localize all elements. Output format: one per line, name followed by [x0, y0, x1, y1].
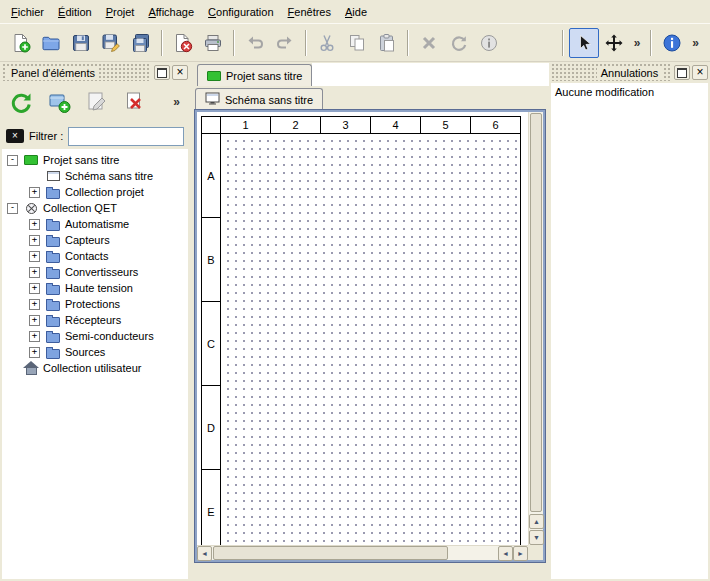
- expander-icon[interactable]: +: [29, 235, 40, 246]
- panel-overflow-chevron[interactable]: »: [168, 95, 185, 109]
- menu-affichage[interactable]: Affichage: [141, 2, 201, 22]
- reload-collections-button[interactable]: [5, 86, 37, 118]
- menu-fichier[interactable]: Fichier: [4, 2, 51, 22]
- tree-item-collection-projet[interactable]: + Collection projet: [2, 184, 188, 200]
- clear-filter-button[interactable]: ×: [6, 129, 24, 143]
- expander-icon[interactable]: +: [29, 331, 40, 342]
- scroll-down-button[interactable]: ▼: [529, 530, 544, 545]
- undo-dock-titlebar[interactable]: Annulations ×: [551, 64, 708, 81]
- expander-icon[interactable]: -: [7, 203, 18, 214]
- horizontal-scrollbar[interactable]: ◄ ◄ ►: [197, 545, 528, 560]
- open-file-button[interactable]: [36, 28, 66, 58]
- horizontal-scrollbar-track[interactable]: [212, 546, 498, 561]
- expander-icon[interactable]: +: [29, 187, 40, 198]
- menu-configuration[interactable]: Configuration: [201, 2, 280, 22]
- scroll-right-button[interactable]: ►: [513, 546, 528, 561]
- menu-edition[interactable]: Édition: [51, 2, 99, 22]
- tree-item-semi-conducteurs[interactable]: + Semi-conducteurs: [2, 328, 188, 344]
- new-file-button[interactable]: [6, 28, 36, 58]
- save-button[interactable]: [66, 28, 96, 58]
- project-icon: [23, 153, 39, 167]
- undo-history-list[interactable]: Aucune modification: [551, 83, 708, 579]
- expander-icon[interactable]: +: [29, 267, 40, 278]
- project-tab-label: Projet sans titre: [226, 70, 302, 82]
- elements-panel-titlebar[interactable]: Panel d'éléments ×: [2, 64, 188, 81]
- diagram-canvas[interactable]: 1 2 3 4 5 6 A B C D E: [197, 112, 528, 545]
- print-button[interactable]: [198, 28, 228, 58]
- menu-fenetres[interactable]: Fenêtres: [281, 2, 338, 22]
- delete-element-button[interactable]: [119, 86, 151, 118]
- menu-aide[interactable]: Aide: [338, 2, 374, 22]
- toolbar-overflow-chevron[interactable]: »: [629, 36, 646, 50]
- dotted-grid-area[interactable]: [221, 134, 521, 545]
- tree-item-haute-tension[interactable]: + Haute tension: [2, 280, 188, 296]
- tree-item-sources[interactable]: + Sources: [2, 344, 188, 360]
- rotate-button[interactable]: [444, 28, 474, 58]
- tree-item-capteurs[interactable]: + Capteurs: [2, 232, 188, 248]
- menu-projet[interactable]: Projet: [99, 2, 142, 22]
- dock-float-button[interactable]: [154, 65, 170, 80]
- toolbar-overflow-chevron-2[interactable]: »: [687, 36, 704, 50]
- scrollbar-corner: [528, 545, 543, 560]
- info-gray-icon: [479, 33, 499, 53]
- save-all-icon: [131, 33, 151, 53]
- tree-item-label: Collection projet: [65, 186, 144, 198]
- redo-button[interactable]: [270, 28, 300, 58]
- delete-button[interactable]: [414, 28, 444, 58]
- expander-icon[interactable]: +: [29, 347, 40, 358]
- filter-input[interactable]: [68, 127, 184, 146]
- dock-buttons: ×: [151, 64, 188, 81]
- undo-empty-text: Aucune modification: [555, 86, 654, 98]
- tree-item-recepteurs[interactable]: + Récepteurs: [2, 312, 188, 328]
- dock-close-button[interactable]: ×: [172, 65, 188, 80]
- new-element-button[interactable]: [43, 86, 75, 118]
- dock-float-button[interactable]: [674, 65, 690, 80]
- menubar: Fichier Édition Projet Affichage Configu…: [0, 0, 710, 23]
- tree-item-protections[interactable]: + Protections: [2, 296, 188, 312]
- horizontal-scrollbar-thumb[interactable]: [213, 546, 448, 560]
- project-info-button[interactable]: [657, 28, 687, 58]
- undo-button[interactable]: [240, 28, 270, 58]
- tree-item-label: Haute tension: [65, 282, 133, 294]
- expander-icon[interactable]: +: [29, 315, 40, 326]
- tab-projet-sans-titre[interactable]: Projet sans titre: [197, 64, 312, 86]
- expander-icon[interactable]: +: [29, 219, 40, 230]
- grid-corner-cell: [201, 116, 221, 134]
- close-file-button[interactable]: [168, 28, 198, 58]
- tree-item-convertisseurs[interactable]: + Convertisseurs: [2, 264, 188, 280]
- toolbar-separator: [650, 30, 652, 56]
- vertical-scrollbar[interactable]: ▲ ▼: [528, 112, 543, 545]
- tree-item-collection-utilisateur[interactable]: Collection utilisateur: [2, 360, 188, 376]
- scroll-up-button[interactable]: ▲: [529, 514, 544, 529]
- tree-item-projet-sans-titre[interactable]: - Projet sans titre: [2, 152, 188, 168]
- grid-row-label: A: [201, 134, 221, 218]
- vertical-scrollbar-thumb[interactable]: [530, 113, 542, 512]
- tree-item-contacts[interactable]: + Contacts: [2, 248, 188, 264]
- tree-item-collection-qet[interactable]: - Collection QET: [2, 200, 188, 216]
- tree-item-label: Protections: [65, 298, 120, 310]
- expander-icon[interactable]: -: [7, 155, 18, 166]
- tree-item-label: Capteurs: [65, 234, 110, 246]
- float-icon: [677, 68, 687, 78]
- tree-item-schema-sans-titre[interactable]: Schéma sans titre: [2, 168, 188, 184]
- tree-item-automatisme[interactable]: + Automatisme: [2, 216, 188, 232]
- expander-icon[interactable]: +: [29, 283, 40, 294]
- scroll-left-button-2[interactable]: ◄: [498, 546, 513, 561]
- edit-element-button[interactable]: [81, 86, 113, 118]
- paste-button[interactable]: [372, 28, 402, 58]
- select-mode-button[interactable]: [569, 28, 599, 58]
- open-folder-icon: [41, 33, 61, 53]
- pan-mode-button[interactable]: [599, 28, 629, 58]
- tab-schema-sans-titre[interactable]: Schéma sans titre: [195, 88, 323, 110]
- element-info-button[interactable]: [474, 28, 504, 58]
- cut-button[interactable]: [312, 28, 342, 58]
- elements-panel-toolbar: »: [0, 81, 190, 123]
- save-all-button[interactable]: [126, 28, 156, 58]
- scroll-left-button[interactable]: ◄: [197, 546, 212, 561]
- copy-button[interactable]: [342, 28, 372, 58]
- expander-icon[interactable]: +: [29, 251, 40, 262]
- toolbar-separator: [233, 30, 235, 56]
- expander-icon[interactable]: +: [29, 299, 40, 310]
- save-as-button[interactable]: [96, 28, 126, 58]
- dock-close-button[interactable]: ×: [692, 65, 708, 80]
